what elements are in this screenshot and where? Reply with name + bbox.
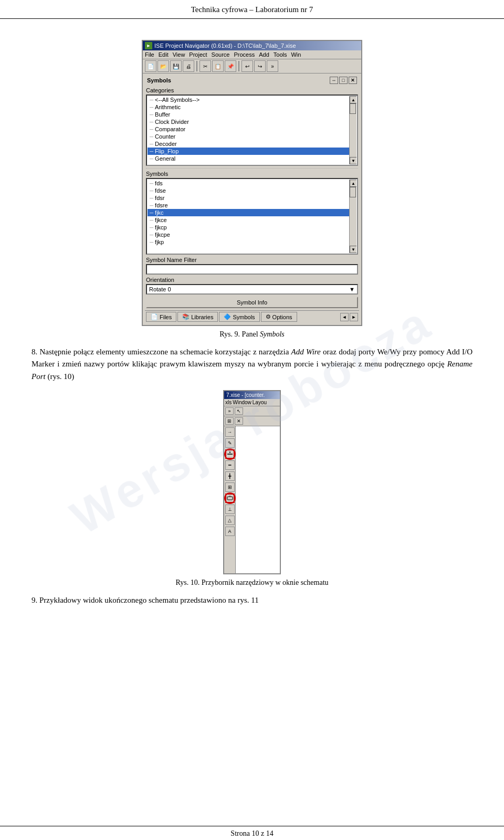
para8-text: Następnie połącz elementy umieszczone na… xyxy=(40,348,291,356)
sym-fds[interactable]: ─ fds xyxy=(148,180,356,187)
menu-edit[interactable]: Edit xyxy=(159,51,169,58)
toolbar-copy[interactable]: 📋 xyxy=(212,60,224,72)
para8-text3: (rys. 10) xyxy=(46,372,75,381)
tree-dash: ─ xyxy=(150,239,153,245)
cat-buffer[interactable]: ─ Buffer xyxy=(148,111,356,118)
sym-fjkp[interactable]: ─ fjkp xyxy=(148,238,356,246)
ise2-tool-triangle[interactable]: △ xyxy=(225,516,235,525)
toolbar-cut[interactable]: ✂ xyxy=(200,60,211,72)
tab-files[interactable]: 📄 Files xyxy=(146,312,176,322)
ise2-tool-box[interactable]: ⊞ xyxy=(225,482,235,492)
panel-ctrl-maximize[interactable]: □ xyxy=(339,77,348,84)
ise2-toolbar-grid[interactable]: ⊞ xyxy=(225,417,234,425)
dropdown-arrow-icon: ▼ xyxy=(349,286,355,292)
sym-fdse[interactable]: ─ fdse xyxy=(148,187,356,194)
tab-symbols-icon: 🔷 xyxy=(224,313,231,320)
sym-fjkce[interactable]: ─ fjkce xyxy=(148,216,356,224)
cat-flip-flop-text: Flip_Flop xyxy=(155,148,178,154)
menu-project[interactable]: Project xyxy=(189,51,207,58)
sym-fjkc[interactable]: ─ fjkc xyxy=(148,209,356,216)
sym-fjkp-text: fjkp xyxy=(155,239,164,245)
ise2-tool-select[interactable]: → xyxy=(225,427,235,437)
cat-counter[interactable]: ─ Counter xyxy=(148,133,356,140)
ise2-toolbar-cursor[interactable]: ↖ xyxy=(235,407,243,415)
cat-clock-divider[interactable]: ─ Clock Divider xyxy=(148,118,356,125)
ise-titlebar: ► ISE Project Navigator (0.61xd) - D:\TC… xyxy=(143,41,361,50)
cat-all-symbols[interactable]: ─ <--All Symbols--> xyxy=(148,96,356,103)
panel-ctrl-resize[interactable]: ↔ xyxy=(330,77,338,84)
ise-menubar: File Edit View Project Source Process Ad… xyxy=(143,50,361,59)
scrollbar-up[interactable]: ▲ xyxy=(350,96,356,103)
orientation-select[interactable]: Rotate 0 ▼ xyxy=(146,284,358,295)
cat-arithmetic[interactable]: ─ Arithmetic xyxy=(148,103,356,111)
toolbar-print[interactable]: 🖨 xyxy=(183,60,194,72)
menu-source[interactable]: Source xyxy=(212,51,230,58)
tree-dash: ─ xyxy=(150,104,153,110)
sym-fjkcpe-text: fjkcpe xyxy=(155,232,170,238)
menu-view[interactable]: View xyxy=(173,51,185,58)
categories-scrollbar[interactable]: ▲ ▼ xyxy=(349,96,356,164)
svg-rect-2 xyxy=(227,497,233,500)
tab-files-icon: 📄 xyxy=(151,313,158,320)
para9-number: 9. xyxy=(32,596,37,604)
cat-flip-flop[interactable]: ─ Flip_Flop xyxy=(148,148,356,155)
menu-process[interactable]: Process xyxy=(234,51,255,58)
ise2-toolbar-close[interactable]: ✕ xyxy=(235,417,243,425)
scrollbar-thumb[interactable] xyxy=(350,103,356,114)
page-footer: Strona 10 z 14 xyxy=(0,826,504,840)
ise2-tool-edit[interactable]: ✎ xyxy=(225,438,235,448)
ise2-toolbar-more[interactable]: » xyxy=(225,407,234,415)
ise2-tool-add-wire[interactable] xyxy=(225,449,235,459)
ise2-tab-window[interactable]: Window xyxy=(233,400,251,405)
orientation-dropdown-row: Rotate 0 ▼ xyxy=(146,284,358,295)
toolbar-open[interactable]: 📂 xyxy=(158,60,169,72)
sym-scrollbar-thumb[interactable] xyxy=(350,187,356,197)
tab-nav-right[interactable]: ► xyxy=(350,313,358,321)
ise2-tab-xls[interactable]: xls xyxy=(225,400,232,405)
ise2-tool-perp[interactable]: ⊥ xyxy=(225,505,235,514)
ise2-tab-layou[interactable]: Layou xyxy=(253,400,267,405)
ise2-tool-add-io-marker[interactable] xyxy=(225,494,235,503)
tree-dash: ─ xyxy=(150,188,153,194)
toolbar-undo[interactable]: ↩ xyxy=(242,60,253,72)
toolbar-new[interactable]: 📄 xyxy=(145,60,156,72)
menu-add[interactable]: Add xyxy=(259,51,269,58)
tab-options[interactable]: ⚙ Options xyxy=(261,312,297,322)
cat-decoder[interactable]: ─ Decoder xyxy=(148,140,356,148)
symbols-scrollbar[interactable]: ▲ ▼ xyxy=(349,180,356,253)
menu-tools[interactable]: Tools xyxy=(274,51,287,58)
sym-fjkc-text: fjkc xyxy=(155,209,164,216)
tab-symbols[interactable]: 🔷 Symbols xyxy=(219,312,259,322)
sym-fjkcpe[interactable]: ─ fjkcpe xyxy=(148,231,356,238)
toolbar-redo[interactable]: ↪ xyxy=(254,60,266,72)
toolbar-paste[interactable]: 📌 xyxy=(225,60,236,72)
ise2-tool-text[interactable]: A xyxy=(225,527,235,536)
ise2-tool-cross[interactable]: ╋ xyxy=(225,471,235,481)
sym-fjkcp[interactable]: ─ fjkcp xyxy=(148,224,356,231)
menu-file[interactable]: File xyxy=(145,51,154,58)
cat-comparator[interactable]: ─ Comparator xyxy=(148,125,356,133)
cat-general-text: General xyxy=(155,155,175,162)
sym-fdsre[interactable]: ─ fdsre xyxy=(148,202,356,209)
tab-options-icon: ⚙ xyxy=(266,313,271,320)
ise-title-icon: ► xyxy=(145,42,152,49)
symbols-panel-header: Symbols ↔ □ ✕ xyxy=(145,76,359,85)
tab-nav-left[interactable]: ◄ xyxy=(340,313,349,321)
tab-libraries[interactable]: 📚 Libraries xyxy=(177,312,218,322)
scrollbar-down[interactable]: ▼ xyxy=(350,157,356,164)
sym-scrollbar-down[interactable]: ▼ xyxy=(350,246,356,253)
tab-libraries-label: Libraries xyxy=(191,314,213,320)
panel-ctrl-close[interactable]: ✕ xyxy=(349,77,357,84)
toolbar-save[interactable]: 💾 xyxy=(170,60,182,72)
symbol-info-button[interactable]: Symbol Info xyxy=(146,297,358,308)
sym-fdsr[interactable]: ─ fdsr xyxy=(148,194,356,202)
filter-input[interactable] xyxy=(146,264,358,275)
toolbar-more[interactable]: » xyxy=(267,60,278,72)
sym-scrollbar-up[interactable]: ▲ xyxy=(350,180,356,187)
page-header: Technika cyfrowa – Laboratorium nr 7 xyxy=(0,0,504,19)
cat-general[interactable]: ─ General xyxy=(148,155,356,162)
menu-win[interactable]: Win xyxy=(291,51,301,58)
ise2-tool-line[interactable]: ━ xyxy=(225,460,235,470)
para8-number: 8. xyxy=(32,348,37,356)
tree-dash: ─ xyxy=(150,141,153,147)
